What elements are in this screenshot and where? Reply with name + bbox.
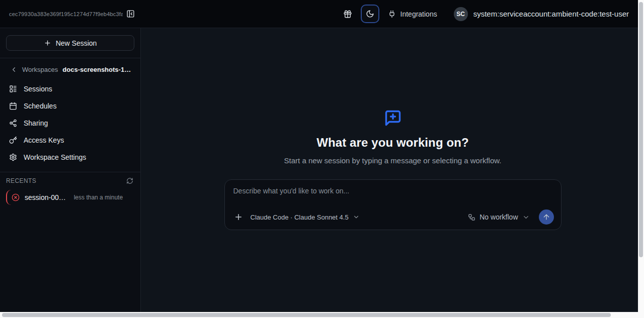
attach-button[interactable] xyxy=(234,213,243,222)
sidebar-item-access-keys[interactable]: Access Keys xyxy=(0,132,140,149)
scrollbar-corner xyxy=(638,312,644,318)
app-root: cec79930a383e369f195c1274d77f9eb4bc3fa19 xyxy=(0,0,644,318)
sidebar-item-label: Access Keys xyxy=(24,136,64,144)
sidebar-nav: Sessions Schedules Shari xyxy=(0,77,140,166)
gear-icon xyxy=(9,153,17,161)
refresh-icon xyxy=(126,177,133,184)
sidebar-toggle-button[interactable] xyxy=(126,10,135,18)
arrow-up-icon xyxy=(542,213,550,221)
sidebar-item-label: Sharing xyxy=(24,119,48,127)
workflow-icon xyxy=(468,214,475,221)
sidebar-item-label: Schedules xyxy=(24,102,56,110)
sidebar: New Session Workspaces docs-screenshots-… xyxy=(0,28,141,318)
refresh-recents-button[interactable] xyxy=(126,177,133,184)
workspace-hash: cec79930a383e369f195c1274d77f9eb4bc3fa19 xyxy=(9,11,123,17)
recent-session-time: less than a minute xyxy=(74,194,123,201)
composer-card: Claude Code · Claude Sonnet 4.5 xyxy=(224,179,561,230)
page-subtitle: Start a new session by typing a message … xyxy=(284,156,502,165)
layout-list-icon xyxy=(9,85,17,93)
topbar-left: cec79930a383e369f195c1274d77f9eb4bc3fa19 xyxy=(9,10,135,18)
recent-session-item[interactable]: session-00… less than a minute xyxy=(6,190,135,205)
gift-icon xyxy=(343,10,352,19)
main-content: What are you working on? Start a new ses… xyxy=(141,28,644,318)
key-icon xyxy=(9,136,17,144)
composer-left: Claude Code · Claude Sonnet 4.5 xyxy=(234,213,360,222)
horizontal-scrollbar-thumb[interactable] xyxy=(2,313,611,317)
message-square-plus-icon xyxy=(384,109,402,127)
integrations-label: Integrations xyxy=(400,10,437,18)
error-circle-icon xyxy=(12,193,20,201)
recents-label: RECENTS xyxy=(6,177,36,184)
sidebar-item-schedules[interactable]: Schedules xyxy=(0,97,140,115)
vertical-scrollbar-thumb[interactable] xyxy=(639,2,643,257)
theme-toggle-button[interactable] xyxy=(361,5,379,23)
sidebar-item-workspace-settings[interactable]: Workspace Settings xyxy=(0,149,140,166)
calendar-icon xyxy=(9,102,17,110)
recents-header: RECENTS xyxy=(0,172,140,186)
avatar: SC xyxy=(454,7,468,21)
message-input[interactable] xyxy=(231,185,555,206)
horizontal-scrollbar[interactable] xyxy=(0,312,638,318)
model-label: Claude Code · Claude Sonnet 4.5 xyxy=(251,214,349,221)
sidebar-item-sessions[interactable]: Sessions xyxy=(0,80,140,97)
sidebar-item-label: Sessions xyxy=(24,85,52,93)
integrations-button[interactable]: Integrations xyxy=(388,10,437,18)
moon-icon xyxy=(366,10,374,18)
send-button[interactable] xyxy=(539,209,554,225)
username: system:serviceaccount:ambient-code:test-… xyxy=(473,10,629,18)
composer-toolbar: Claude Code · Claude Sonnet 4.5 xyxy=(231,209,555,225)
workspaces-label: Workspaces xyxy=(22,66,58,73)
plug-icon xyxy=(388,10,396,18)
topbar-right: Integrations SC system:serviceaccount:am… xyxy=(343,5,629,23)
composer-right: No workflow xyxy=(468,209,553,225)
share-icon xyxy=(9,119,17,127)
chevron-down-icon xyxy=(353,214,360,221)
user-menu[interactable]: SC system:serviceaccount:ambient-code:te… xyxy=(454,7,629,21)
sidebar-item-sharing[interactable]: Sharing xyxy=(0,115,140,132)
sidebar-item-label: Workspace Settings xyxy=(24,153,86,161)
new-session-button[interactable]: New Session xyxy=(6,35,134,51)
new-session-label: New Session xyxy=(56,39,97,47)
topbar: cec79930a383e369f195c1274d77f9eb4bc3fa19 xyxy=(0,0,644,28)
workflow-selector[interactable]: No workflow xyxy=(468,213,529,221)
chevron-down-icon xyxy=(522,214,530,221)
workspace-switcher[interactable]: Workspaces docs-screenshots-17… xyxy=(0,58,140,77)
workflow-label: No workflow xyxy=(479,213,518,221)
workspace-name: docs-screenshots-17… xyxy=(62,66,133,73)
new-session-hero: What are you working on? Start a new ses… xyxy=(224,109,561,230)
recent-session-name: session-00… xyxy=(25,193,66,201)
plus-icon xyxy=(44,39,51,47)
chevron-left-icon xyxy=(10,66,18,73)
plus-icon xyxy=(234,213,243,222)
model-selector[interactable]: Claude Code · Claude Sonnet 4.5 xyxy=(251,214,360,221)
page-title: What are you working on? xyxy=(316,136,468,150)
vertical-scrollbar[interactable] xyxy=(638,0,644,312)
gift-button[interactable] xyxy=(343,10,352,19)
panel-left-close-icon xyxy=(126,10,135,18)
